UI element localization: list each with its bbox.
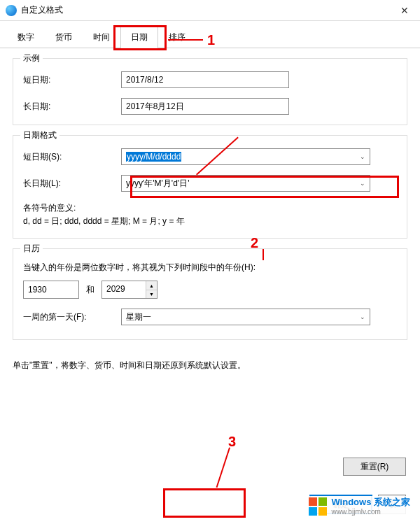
- calendar-hint: 当键入的年份是两位数字时，将其视为下列时间段中的年份(H):: [23, 262, 397, 274]
- year-to-value: 2029: [102, 281, 146, 298]
- label-long-date-format: 长日期(L):: [23, 178, 121, 190]
- first-day-combo[interactable]: 星期一 ⌄: [121, 309, 370, 325]
- group-calendar-title: 日历: [20, 243, 43, 255]
- content-area: 示例 短日期: 长日期: 日期格式 短日期(S): yyyy/M/d/dddd …: [0, 48, 420, 388]
- long-date-example: [121, 98, 289, 115]
- short-date-format-value: yyyy/M/d/dddd: [126, 152, 181, 162]
- label-long-date-example: 长日期:: [23, 101, 121, 113]
- chevron-down-icon: ⌄: [360, 180, 365, 187]
- reset-hint: 单击"重置"，将数字、货币、时间和日期还原到系统默认设置。: [13, 360, 407, 371]
- tab-row: 数字 货币 时间 日期 排序: [0, 27, 420, 48]
- group-date-format: 日期格式 短日期(S): yyyy/M/d/dddd ⌄ 长日期(L): yyy…: [13, 135, 407, 239]
- label-first-day: 一周的第一天(F):: [23, 311, 121, 323]
- label-short-date-format: 短日期(S):: [23, 151, 121, 163]
- first-day-value: 星期一: [126, 311, 151, 323]
- and-label: 和: [86, 284, 94, 296]
- short-date-format-combo[interactable]: yyyy/M/d/dddd ⌄: [121, 148, 370, 165]
- group-calendar: 日历 当键入的年份是两位数字时，将其视为下列时间段中的年份(H): 和 2029…: [13, 248, 407, 340]
- annotation-box-3: [163, 488, 246, 518]
- settings-icon: [6, 5, 17, 16]
- group-example: 示例 短日期: 长日期:: [13, 58, 407, 125]
- tab-time[interactable]: 时间: [83, 27, 120, 48]
- chevron-down-icon: ⌄: [360, 153, 365, 160]
- watermark-url: www.bjjmlv.com: [331, 508, 410, 516]
- windows-logo-icon: [309, 497, 327, 516]
- year-to-spinner[interactable]: 2029 ▲ ▼: [102, 281, 158, 299]
- group-date-format-title: 日期格式: [20, 129, 59, 141]
- tab-sort[interactable]: 排序: [158, 27, 196, 48]
- group-example-title: 示例: [20, 52, 43, 64]
- chevron-down-icon: ⌄: [360, 313, 365, 320]
- symbol-meaning-text: d, dd = 日; ddd, dddd = 星期; M = 月; y = 年: [23, 215, 397, 228]
- tab-date[interactable]: 日期: [120, 27, 158, 48]
- annotation-label-3: 3: [228, 434, 236, 450]
- tab-number[interactable]: 数字: [7, 27, 45, 48]
- tab-currency[interactable]: 货币: [45, 27, 83, 48]
- window-title: 自定义格式: [21, 4, 63, 16]
- watermark-title: Windows 系统之家: [331, 497, 410, 507]
- watermark: Windows 系统之家 www.bjjmlv.com: [306, 496, 413, 517]
- long-date-format-value: yyyy'年'M'月'd'日': [126, 178, 189, 190]
- annotation-arrow-3: [216, 447, 230, 488]
- reset-button[interactable]: 重置(R): [343, 458, 406, 476]
- spinner-down-icon[interactable]: ▼: [146, 290, 157, 299]
- long-date-format-combo[interactable]: yyyy'年'M'月'd'日' ⌄: [121, 175, 370, 192]
- short-date-example: [121, 71, 289, 88]
- label-short-date-example: 短日期:: [23, 74, 121, 86]
- spinner-up-icon[interactable]: ▲: [146, 281, 157, 290]
- titlebar: 自定义格式 ✕: [0, 0, 420, 21]
- symbol-meaning-label: 各符号的意义:: [23, 201, 397, 215]
- close-button[interactable]: ✕: [388, 0, 420, 21]
- year-from-input: [23, 281, 79, 299]
